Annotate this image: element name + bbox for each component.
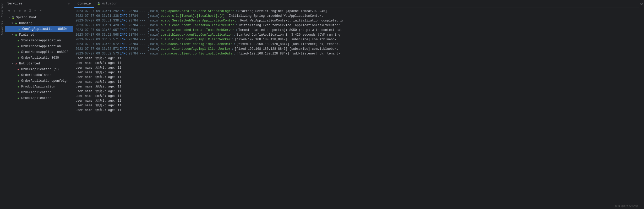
group-icon[interactable]: ⊞ [23,8,27,13]
run-config-icon[interactable]: ⊳ [33,8,38,13]
filter-icon[interactable]: ⊻ [28,8,32,13]
tree-item-stock-nacos[interactable]: ◈ StockNacosApplication [5,38,73,43]
log-timestamp: 2023-07-07 09:33:52.573 [75,47,119,51]
log-separator: : [236,23,237,28]
log-timestamp: 2023-07-07 09:33:51.338 [75,14,119,18]
log-line: user name :徐彪2; age: 11 [75,70,637,75]
log-timestamp: 2023-07-07 09:33:52.573 [75,51,119,56]
plain-log-text: user name :徐彪2; age: 11 [75,98,121,103]
tree-item-spring-boot[interactable]: ▼ 🍃 Spring Boot [5,15,73,20]
tab-console[interactable]: Console [74,0,94,8]
console-output[interactable]: 2023-07-07 09:33:51.292INFO23784 --- [ m… [73,8,639,209]
running-label: Running [19,21,32,25]
order-app-label: OrderApplication [21,91,51,94]
order-loadbalance-icon: ◈ [16,73,20,77]
tab-actuator[interactable]: 🍃 Actuator [94,0,120,8]
plain-log-text: user name :徐彪2; age: 11 [75,89,121,94]
arrow-running: ▼ [10,21,14,25]
tree-item-order-nacos[interactable]: ◈ OrderNacosApplication [5,43,73,49]
settings-icon[interactable]: ⚙ [66,1,71,6]
plain-log-text: user name :徐彪2; age: 11 [75,84,121,89]
plain-log-text: user name :徐彪2; age: 11 [75,75,121,80]
log-thread: main] [150,28,160,32]
log-level: INFO [120,28,128,32]
log-message: Starting Servlet engine: [Apache Tomcat/… [238,9,327,14]
console-tab-label: Console [78,2,91,6]
log-class: w.s.c.ServletWebServerApplicationContext [161,18,236,23]
collapse-all-icon[interactable]: ⊟ [12,8,17,13]
stock-nacos-8022-label: StockNacosApplication8022 [21,50,68,54]
bookmarks-panel-button[interactable]: Bookmarks [1,20,4,36]
plain-log-text: user name :徐彪2; age: 11 [75,103,121,108]
sidebar-title: Services [7,2,23,6]
expand-all-icon[interactable]: ⊞ [17,8,22,13]
log-message: [fixed-192.168.180.128_8847] [add-listen… [237,42,340,47]
arrow-config [14,27,17,31]
log-message: Initializing Spring embedded WebApplicat… [229,14,323,18]
order-loadbalance-label: OrderLoadbalance [21,73,51,77]
log-pid: 23784 --- [ [128,28,149,32]
log-message: Started ConfigApplication in 3.426 secon… [237,32,340,37]
log-class: c.a.n.client.config.impl.ClientWorker [161,37,231,42]
log-level: INFO [120,9,128,14]
not-started-icon: ✕ [14,62,18,66]
arrow-finished: ▼ [10,33,14,37]
plain-log-text: user name :徐彪2; age: 11 [75,80,121,84]
log-pid: 23784 --- [ [128,51,149,56]
log-message: Root WebApplicationContext: initializati… [240,18,344,23]
structure-panel-button[interactable]: Structure [1,2,4,18]
tree-item-order-app-1[interactable]: ◈ OrderApplication (1) [5,67,73,72]
tree-item-product-app[interactable]: ◈ ProductApplication [5,84,73,90]
log-thread: main] [150,37,160,42]
refresh-icon[interactable]: ↺ [7,8,12,13]
log-message: [fixed-192.168.180.128_8847] [add-listen… [237,51,340,56]
product-app-icon: ◈ [16,85,20,89]
running-icon: ▶ [14,21,18,25]
log-line: user name :徐彪2; age: 11 [75,65,637,70]
tree-item-stock-app[interactable]: ◈ StockApplication [5,95,73,101]
log-class: c.a.nacos.client.config.impl.CacheData [161,42,233,47]
tree-item-stock-nacos-8022[interactable]: ◈ StockNacosApplication8022 [5,49,73,55]
sidebar-header-icons: ⚙ [66,1,71,6]
product-app-label: ProductApplication [21,85,55,89]
log-timestamp: 2023-07-07 09:33:51.292 [75,9,119,14]
log-line: user name :徐彪2; age: 11 [75,108,637,113]
log-thread: main] [150,47,160,51]
add-icon[interactable]: + [38,8,43,13]
log-separator: : [233,42,235,47]
tree-item-finished[interactable]: ▼ ◉ Finished [5,32,73,38]
finished-icon: ◉ [14,33,18,37]
order-app-icon: ◈ [16,90,20,95]
tree-item-not-started[interactable]: ▼ ✕ Not Started [5,61,73,67]
log-separator: : [233,51,235,56]
log-line: 2023-07-07 09:33:51.338INFO23784 --- [ m… [75,18,637,23]
tree-item-order-openfeign[interactable]: ◈ OrderApplicationopenfeign [5,78,73,84]
log-level: INFO [120,18,128,23]
top-right-gear-icon[interactable]: ⚙ [640,2,642,6]
tree-item-order-app[interactable]: ◈ OrderApplication [5,90,73,95]
log-timestamp: 2023-07-07 09:33:51.338 [75,18,119,23]
log-pid: 23784 --- [ [128,18,149,23]
log-thread: main] [150,23,160,28]
order-openfeign-icon: ◈ [16,79,20,83]
log-line: 2023-07-07 09:33:52.572INFO23784 --- [ m… [75,42,637,47]
actuator-tab-label: Actuator [102,2,117,6]
spring-boot-label: Spring Boot [16,16,37,19]
tree-item-order-app-8030[interactable]: ◈ OrderApplication8030 [5,55,73,61]
order-openfeign-label: OrderApplicationopenfeign [21,79,68,83]
log-timestamp: 2023-07-07 09:33:52.571 [75,37,119,42]
log-line: user name :徐彪2; age: 11 [75,61,637,65]
log-separator: : [237,18,239,23]
log-level: INFO [120,51,128,56]
tree-item-running[interactable]: ▼ ▶ Running [5,20,73,26]
log-level: INFO [120,14,128,18]
tree-item-order-loadbalance[interactable]: ◈ OrderLoadbalance [5,72,73,78]
log-timestamp: 2023-07-07 09:33:52.568 [75,32,119,37]
log-line: user name :徐彪2; age: 11 [75,94,637,98]
log-message: [fixed-192.168.180.128_8847] [subscribe]… [234,37,338,42]
log-separator: : [236,28,237,32]
log-line: user name :徐彪2; age: 11 [75,98,637,103]
log-level: INFO [120,47,128,51]
tree-item-config-app[interactable]: ▶ ConfigApplication :8050/ [5,26,73,32]
log-timestamp: 2023-07-07 09:33:51.420 [75,23,119,28]
